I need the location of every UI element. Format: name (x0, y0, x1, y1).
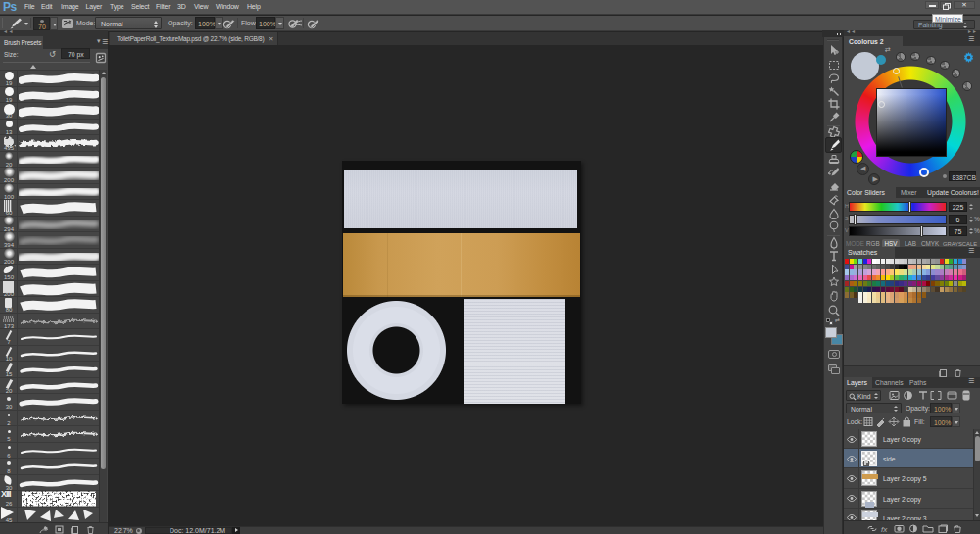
svg-text:fx: fx (881, 525, 888, 534)
